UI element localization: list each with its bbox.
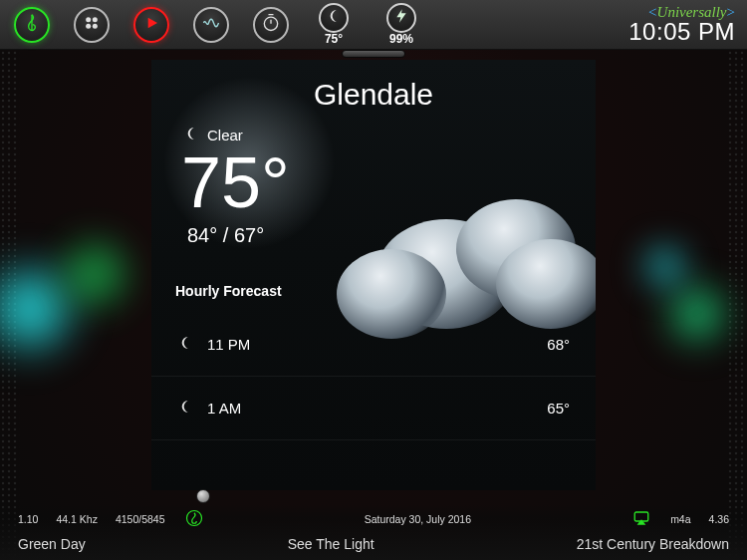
- waveform-icon: [201, 13, 221, 37]
- elapsed-time: 1.10: [18, 513, 38, 525]
- track-artist: Green Day: [18, 536, 86, 552]
- hourly-row: 1 AM 65°: [151, 377, 596, 440]
- track-index: 4150/5845: [116, 513, 165, 525]
- battery-status[interactable]: 99%: [378, 3, 424, 46]
- hour-time: 11 PM: [207, 336, 250, 353]
- weather-condition: Clear: [207, 127, 243, 143]
- svg-point-0: [86, 17, 91, 22]
- current-date: Saturday 30, July 2016: [365, 513, 471, 525]
- top-bar: 75° 99% <Universally> 10:05 PM: [0, 0, 747, 50]
- bottom-row-track: Green Day See The Light 21st Century Bre…: [18, 530, 729, 552]
- mesh-right-decor: [727, 50, 747, 560]
- hour-temp: 68°: [547, 336, 570, 353]
- header-battery: 99%: [389, 32, 413, 46]
- hourly-forecast-label: Hourly Forecast: [175, 283, 596, 299]
- airplay-mini-button[interactable]: [630, 508, 652, 530]
- timer-tab-button[interactable]: [253, 7, 289, 43]
- audio-format: m4a: [670, 513, 690, 525]
- treble-clef-icon: [22, 13, 42, 37]
- music-tab-button[interactable]: [14, 7, 50, 43]
- lightning-icon: [393, 8, 409, 28]
- bottom-bar: 1.10 44.1 Khz 4150/5845 Saturday 30, Jul…: [0, 504, 747, 560]
- hour-temp: 65°: [547, 400, 570, 417]
- timer-icon: [261, 13, 281, 37]
- brand-clock-block: <Universally> 10:05 PM: [628, 5, 739, 44]
- grid-icon: [82, 13, 102, 37]
- scroll-indicator[interactable]: [196, 489, 210, 503]
- weather-temp: 75°: [181, 146, 596, 218]
- weather-status[interactable]: 75°: [311, 3, 357, 46]
- track-album: 21st Century Breakdown: [577, 536, 729, 552]
- weather-card[interactable]: Glendale Clear 75° 84° / 67° Hourly Fore…: [151, 60, 596, 490]
- header-temp: 75°: [325, 32, 343, 46]
- visualizer-tab-button[interactable]: [193, 7, 229, 43]
- treble-clef-icon: [185, 509, 203, 529]
- hourly-row: 11 PM 68°: [151, 313, 596, 377]
- apps-tab-button[interactable]: [74, 7, 110, 43]
- moon-icon: [177, 399, 193, 418]
- bokeh-decor: [657, 274, 737, 354]
- svg-point-1: [93, 17, 98, 22]
- moon-icon: [326, 8, 342, 28]
- play-icon: [143, 15, 159, 35]
- bokeh-decor: [50, 229, 139, 319]
- clock: 10:05 PM: [628, 20, 735, 44]
- hourly-forecast-list[interactable]: 11 PM 68° 1 AM 65°: [151, 313, 596, 440]
- weather-location: Glendale: [151, 60, 596, 112]
- play-button[interactable]: [133, 7, 169, 43]
- svg-point-2: [86, 23, 91, 28]
- bokeh-decor: [637, 239, 692, 294]
- weather-hilo: 84° / 67°: [187, 224, 596, 247]
- audio-freq: 44.1 Khz: [56, 513, 97, 525]
- music-mini-button[interactable]: [183, 508, 205, 530]
- hour-time: 1 AM: [207, 400, 241, 417]
- track-title: See The Light: [288, 536, 374, 552]
- bottom-row-meta: 1.10 44.1 Khz 4150/5845 Saturday 30, Jul…: [18, 504, 729, 530]
- airplay-icon: [632, 509, 650, 529]
- svg-point-3: [93, 23, 98, 28]
- top-drawer-handle[interactable]: [342, 50, 405, 58]
- mesh-left-decor: [0, 50, 20, 560]
- app-screen: 75° 99% <Universally> 10:05 PM Glendale: [0, 0, 747, 560]
- moon-icon: [177, 335, 193, 354]
- track-duration: 4.36: [709, 513, 729, 525]
